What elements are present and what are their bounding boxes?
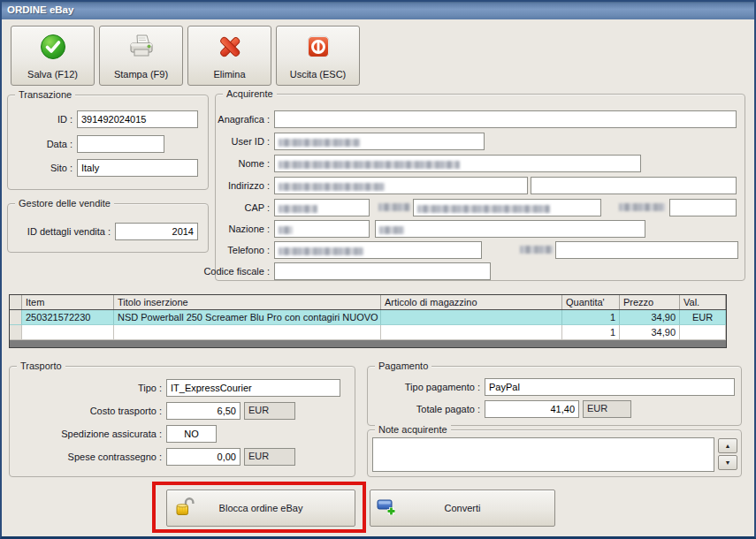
note-acquirente-textarea[interactable] [372, 437, 714, 472]
nazione-field-2[interactable] [375, 220, 645, 238]
title-bar: ORDINE eBay [0, 0, 756, 19]
quantita-cell: 1 [562, 310, 620, 325]
item-cell: 250321572230 [22, 310, 114, 325]
costo-currency-box: EUR [244, 402, 295, 420]
user-id-label: User ID : [164, 133, 270, 150]
items-table: Item Titolo inserzione Articolo di magaz… [9, 294, 727, 348]
totale-currency-box: EUR [583, 400, 631, 418]
transazione-data-label: Data : [9, 135, 73, 153]
print-button-label: Stampa (F9) [100, 69, 182, 80]
redacted-text [279, 247, 363, 255]
spese-contrassegno-field[interactable] [166, 448, 241, 466]
spedizione-assicurata-label: Spedizione assicurata : [12, 425, 162, 443]
transazione-id-label: ID : [9, 110, 73, 128]
items-table-header: Item Titolo inserzione Articolo di magaz… [10, 295, 726, 310]
indirizzo-label: Indirizzo : [164, 177, 270, 194]
save-button[interactable]: Salva (F12) [11, 26, 95, 86]
indirizzo-field[interactable] [274, 177, 528, 194]
redacted-text [279, 139, 360, 147]
totale-pagato-label: Totale pagato : [376, 400, 480, 418]
prezzo-cell: 34,90 [620, 325, 680, 340]
redacted-text [279, 161, 460, 169]
trasporto-group-title: Trasporto [17, 361, 65, 371]
redacted-label [378, 203, 410, 211]
exit-button-label: Uscita (ESC) [277, 69, 359, 80]
indirizzo-field-2[interactable] [531, 177, 737, 194]
tipo-pagamento-field[interactable] [485, 378, 735, 396]
delete-button[interactable]: Elimina [187, 26, 271, 86]
delete-button-label: Elimina [188, 69, 271, 80]
codice-fiscale-field[interactable] [274, 262, 491, 280]
redacted-text [279, 226, 293, 234]
redacted-label [619, 203, 665, 211]
save-button-label: Salva (F12) [11, 69, 94, 80]
save-check-icon [39, 33, 67, 63]
codice-fiscale-label: Codice fiscale : [164, 262, 270, 280]
totale-pagato-field[interactable] [485, 400, 579, 418]
row-selector-cell [10, 310, 22, 325]
redacted-label [520, 246, 554, 254]
blocca-ordine-label: Blocca ordine eBay [219, 503, 303, 513]
open-padlock-icon [174, 496, 197, 520]
converti-label: Converti [445, 503, 481, 513]
articolo-cell [381, 310, 562, 325]
citta-field[interactable] [413, 199, 601, 216]
provincia-field[interactable] [669, 199, 737, 216]
convert-add-icon [376, 497, 399, 520]
quantita-column-header: Quantita' [562, 295, 620, 309]
spese-contrassegno-label: Spese contrassegno : [12, 448, 162, 466]
nome-field[interactable] [274, 155, 641, 172]
print-button[interactable]: Stampa (F9) [99, 26, 183, 86]
item-cell [22, 325, 114, 340]
email-field[interactable] [555, 241, 738, 259]
converti-button[interactable]: Converti [370, 490, 555, 527]
prezzo-cell: 34,90 [620, 310, 680, 325]
note-acquirente-group-title: Note acquirente [375, 424, 451, 435]
table-row[interactable]: 1 34,90 [10, 325, 726, 340]
titolo-column-header: Titolo inserzione [114, 295, 381, 309]
acquirente-group-title: Acquirente [223, 88, 277, 99]
cap-field[interactable] [274, 199, 370, 216]
val-cell: EUR [680, 310, 726, 325]
tipo-pagamento-label: Tipo pagamento : [376, 378, 480, 396]
nazione-field[interactable] [274, 220, 370, 238]
trasporto-tipo-label: Tipo : [12, 379, 162, 397]
telefono-label: Telefono : [164, 241, 270, 259]
arrow-down-icon: ▼ [725, 459, 731, 466]
prezzo-column-header: Prezzo [620, 295, 680, 309]
note-scroll-down-button[interactable]: ▼ [718, 455, 737, 470]
val-column-header: Val. [680, 295, 726, 309]
transazione-group-title: Transazione [15, 89, 75, 100]
row-selector-cell [10, 325, 22, 340]
transazione-data-field[interactable] [77, 135, 164, 153]
costo-trasporto-field[interactable] [166, 402, 241, 420]
note-scroll-up-button[interactable]: ▲ [718, 438, 737, 453]
red-x-icon [215, 33, 245, 63]
window-title: ORDINE eBay [0, 4, 73, 15]
power-exit-icon [304, 33, 332, 63]
exit-button[interactable]: Uscita (ESC) [276, 26, 360, 86]
anagrafica-field[interactable] [274, 110, 737, 128]
user-id-field[interactable] [274, 133, 485, 150]
table-row[interactable]: 250321572230 NSD Powerball 250 Screamer … [10, 310, 726, 325]
row-selector-header [10, 295, 22, 309]
trasporto-tipo-field[interactable] [166, 379, 340, 397]
printer-icon [127, 33, 156, 63]
redacted-text [279, 183, 385, 191]
blocca-ordine-button[interactable]: Blocca ordine eBay [166, 490, 355, 527]
redacted-text [417, 205, 550, 213]
spedizione-assicurata-field[interactable] [166, 425, 217, 443]
ordine-ebay-window: ORDINE eBay ✕ Salva (F12) Stampa (F9 [0, 0, 756, 539]
pagamento-group-title: Pagamento [375, 361, 431, 371]
id-dettagli-vendita-label: ID dettagli vendita : [9, 223, 111, 240]
nome-label: Nome : [164, 155, 270, 172]
articolo-column-header: Articolo di magazzino [381, 295, 562, 309]
titolo-cell: NSD Powerball 250 Screamer Blu Pro con c… [114, 310, 381, 325]
telefono-field[interactable] [274, 241, 482, 259]
redacted-text [279, 205, 317, 213]
val-cell [680, 325, 726, 340]
titolo-cell [114, 325, 381, 340]
gestore-vendite-group-title: Gestore delle vendite [15, 198, 114, 209]
costo-trasporto-label: Costo trasporto : [12, 402, 162, 420]
redacted-text [379, 226, 404, 234]
